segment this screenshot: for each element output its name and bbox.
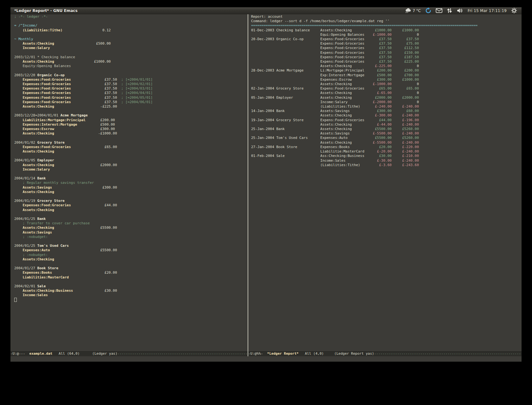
buffer-line [14,172,248,176]
network-arrows-icon[interactable] [447,8,452,13]
buffer-line: Equity:Opening Balances [14,64,248,68]
buffer-line [14,68,248,73]
buffer-line: Expenses:Food:Groceries £37.50 ; [=2004/… [14,78,248,82]
buffer-line: 01-Dec-2003 Checking balance Assets:Chec… [251,28,522,33]
right-modeline[interactable]: -U:@%%- *Ledger Report* All (4,0) (Ledge… [248,351,522,356]
text-segment: 0 [394,82,419,86]
buffer-line: Assets:Checking £2000.00 [14,163,248,167]
text-segment: Assets:Savings [14,230,52,234]
text-segment: Expens:Food:Groceries [251,59,366,64]
text-segment: Bank [37,176,46,180]
window-split: ; -*- ledger -*-= /^Income/ (Liabilities… [10,14,522,356]
buffer-line: ; :nobudget: [14,235,248,239]
text-segment: Expenses:Food:Groceries [14,145,71,149]
text-segment: Assets:Checking [251,91,366,95]
text-segment: £2000.00 [54,163,117,167]
text-segment: Grocery Store [37,140,65,145]
text-segment: (Liabilities:Tithe) [14,28,62,32]
text-segment: £1000.00 [394,28,419,32]
text-segment: 01-Dec-2003 Checking balance Assets:Chec… [251,28,366,32]
text-segment: £5500.00 [50,248,117,252]
buffer-line: 2004/01/02 Grocery Store [14,140,248,145]
text-segment: £30.00 [73,289,117,293]
buffer-line: Assets:Savings £-5500.00 £-240.00 [251,131,522,136]
text-segment: 2004/01/25 [14,244,37,248]
text-segment: £60.00 [394,109,419,113]
text-segment: Expens:Food:Groceries [251,51,366,55]
session-gear-icon[interactable] [511,8,517,14]
ledger-report-buffer[interactable]: Report: accountCommand: ledger --sort d … [248,14,522,351]
buffer-line: Assets:Savings £300.00 [14,185,248,190]
text-segment: Acme Mortgage [60,113,88,117]
buffer-line: 2003/12/01 * Checking balance [14,55,248,59]
buffer-line: 2004/01/25 Tom's Used Cars [14,244,248,248]
buffer-line: ; -*- ledger -*- [14,15,248,19]
text-segment: £-225.00 [366,64,391,68]
buffer-line: Expenses:Food:Groceries £65.00 [14,145,248,149]
text-segment: £5260.00 [394,127,419,131]
ledger-file-buffer[interactable]: ; -*- ledger -*-= /^Income/ (Liabilities… [10,14,248,351]
text-segment: £300.00 [366,109,391,113]
text-segment: £-240.00 [394,159,419,163]
text-segment: 2004/01/25 [14,217,37,221]
text-segment: £500.00 [77,122,115,127]
text-segment: Command: ledger --sort d -f /home/borbus… [251,19,390,23]
text-segment: Expenses:Food:Groceries [14,78,71,82]
text-segment: £200.00 [394,68,419,72]
echo-area[interactable] [10,356,522,362]
text-segment: Liabilitie:MasterCard [251,149,366,153]
buffer-line: Assets:Checking £-225.00 0 [251,64,522,68]
text-segment: Book Store [37,266,58,270]
text-segment: Exp:Interest:Mortgage [251,73,366,77]
refresh-icon[interactable] [425,8,431,14]
text-segment: £-20.00 [366,149,391,153]
text-segment: Grocery Store [37,199,65,203]
buffer-line: Liabilitie:MasterCard £-20.00 £-240.00 [251,149,522,154]
buffer-line [14,136,248,140]
modeline-text: (Ledger yas) [92,352,117,356]
buffer-line: Liabilities:Mortgage:Principal £200.00 [14,118,248,122]
text-segment: £5500.00 [366,127,391,131]
buffer-line: Assets:Checking [14,208,248,212]
text-segment: Expenses:Food:Groceries [14,203,71,207]
screen: *Ledger Report* - GNU Emacs 7 °C [0,0,532,405]
text-segment: ; :nobudget: [14,235,48,239]
window-title: *Ledger Report* - GNU Emacs [10,9,78,13]
text-segment: £75.00 [394,41,419,46]
text-segment: Organic Co-op [37,73,65,77]
text-segment: ; Regular monthly savings transfer [14,181,94,185]
modeline-text: -U:@%%- [248,352,267,356]
text-segment: 2004/01/27 [14,266,37,270]
buffer-line: 2004/01/27 Book Store [14,266,248,271]
text-segment: £500.00 [54,41,111,46]
volume-icon[interactable] [457,8,463,13]
mail-icon[interactable] [436,8,442,13]
top-panel: *Ledger Report* - GNU Emacs 7 °C [10,7,522,14]
text-segment: £2000.00 [366,96,391,100]
text-segment: £1000.00 [394,78,419,82]
buffer-line: Expenses:Food:Groceries £37.50 ; [=2004/… [14,100,248,104]
text-segment: £2000.00 [394,96,419,100]
buffer-line: 2004/02/01 Sale [14,284,248,289]
text-segment: £37.50 [366,55,391,59]
text-segment: 27-Jan-2004 Book Store Expenses:Books [251,145,366,149]
text-segment: 02-Jan-2004 Grocery Store Expens:Food:Gr… [251,86,366,90]
buffer-line: Expenses:Interest:Mortgage £500.00 [14,122,248,127]
left-modeline[interactable]: -U:@--- example.dat All (64,0) (Ledger y… [10,351,248,356]
text-segment: 2004/01/02 [14,140,37,145]
text-segment: 05-Jan-2004 Employer Assets:Checking [251,96,366,100]
buffer-line: Income:Sales £-30.00 £-240.00 [251,159,522,163]
text-segment: Expenses:Food:Groceries [14,86,71,90]
text-segment: £37.50 [366,37,391,41]
text-segment: ; [=2004/02/01] [117,82,153,86]
weather-applet[interactable]: 7 °C [405,8,421,13]
text-segment: 2004/01/05 [14,158,37,162]
clock-label[interactable]: Fri 15 Mar 17:11:19 [468,9,507,13]
buffer-name: example.dat [29,352,53,356]
buffer-line [14,109,248,113]
text-segment: £37.50 [366,41,391,46]
buffer-line: 20-Dec-2003 Organic Co-op Expens:Food:Gr… [251,37,522,41]
buffer-line: 02-Jan-2004 Grocery Store Expens:Food:Gr… [251,86,522,91]
text-segment: Expenses:Books [14,271,52,275]
weather-cloud-icon [405,8,411,13]
